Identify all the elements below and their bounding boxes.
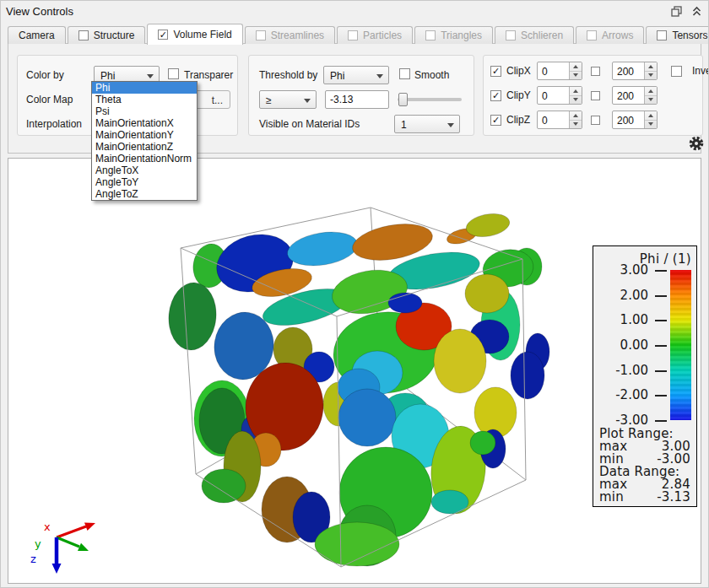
- chevron-down-icon: [304, 99, 311, 103]
- threshold-value-input[interactable]: [325, 90, 389, 109]
- legend-ranges: Plot Range:max3.00min-3.00Data Range:max…: [598, 428, 693, 504]
- clipy-checkbox[interactable]: ✓: [490, 90, 501, 101]
- legend-tick-label: -3.00: [599, 413, 648, 427]
- combo-value: Phi: [100, 70, 115, 82]
- axis-arrowhead: [52, 564, 62, 574]
- clipx-range-checkbox[interactable]: [591, 67, 600, 76]
- spin-up-button[interactable]: [645, 87, 657, 96]
- tab-triangles[interactable]: Triangles: [414, 26, 493, 44]
- tab-particles[interactable]: Particles: [337, 26, 413, 44]
- spin-up-button[interactable]: [645, 62, 657, 72]
- tab-checkbox[interactable]: [256, 30, 266, 40]
- tab-label: Triangles: [441, 30, 482, 41]
- dropdown-item-theta[interactable]: Theta: [92, 94, 197, 105]
- legend-tick-label: 1.00: [599, 313, 648, 326]
- threshold-by-combobox[interactable]: Phi: [323, 66, 389, 84]
- material-ids-label: Visible on Material IDs: [259, 118, 360, 130]
- legend-tick-label: 3.00: [599, 263, 648, 277]
- float-panel-icon[interactable]: [670, 5, 683, 17]
- clipy-range-checkbox[interactable]: [591, 91, 600, 100]
- legend-tick-mark: [655, 420, 667, 422]
- tab-arrows[interactable]: Arrows: [576, 26, 644, 44]
- material-ids-combobox[interactable]: 1: [394, 115, 460, 133]
- dropdown-item-psi[interactable]: Psi: [92, 105, 197, 117]
- spin-down-button[interactable]: [645, 72, 657, 80]
- titlebar: View Controls: [1, 1, 708, 22]
- clipz-min-spinbox[interactable]: 0: [537, 111, 582, 129]
- legend-tick-mark: [655, 395, 667, 396]
- slider-handle[interactable]: [398, 93, 408, 106]
- clipz-max-spinbox[interactable]: 200: [612, 111, 658, 129]
- smooth-checkbox[interactable]: [399, 68, 410, 79]
- tab-volume-field[interactable]: ✓Volume Field: [147, 24, 242, 45]
- legend-tick-mark: [655, 270, 667, 272]
- clip-label: ClipZ: [506, 114, 537, 126]
- clipx-min-spinbox[interactable]: 0: [537, 62, 582, 80]
- spin-down-button[interactable]: [645, 96, 657, 105]
- tab-schlieren[interactable]: Schlieren: [495, 26, 574, 44]
- dropdown-item-angletox[interactable]: AngleToX: [92, 165, 197, 176]
- tab-label: Structure: [94, 30, 135, 41]
- dropdown-item-mainorientationnorm[interactable]: MainOrientationNorm: [92, 153, 197, 165]
- transparent-label: Transparer: [184, 69, 233, 81]
- tab-label: Camera: [19, 30, 55, 41]
- spin-up-button[interactable]: [570, 62, 582, 72]
- threshold-by-label: Threshold by: [259, 69, 317, 81]
- threshold-slider[interactable]: [398, 90, 462, 109]
- tab-camera[interactable]: Camera: [8, 26, 66, 44]
- tab-label: Tensors: [672, 30, 707, 41]
- spin-down-button[interactable]: [570, 121, 582, 129]
- collapse-panel-icon[interactable]: [690, 5, 703, 17]
- clipx-max-spinbox[interactable]: 200: [612, 62, 658, 80]
- axis-label: x: [44, 521, 51, 533]
- spin-up-button[interactable]: [570, 111, 582, 121]
- grain: [470, 431, 495, 455]
- spin-up-button[interactable]: [645, 111, 657, 121]
- colorbar: [670, 270, 691, 420]
- chevron-down-icon: [447, 123, 454, 127]
- combo-value: 1: [401, 119, 407, 131]
- spin-down-button[interactable]: [570, 96, 582, 105]
- clipz-checkbox[interactable]: ✓: [490, 115, 501, 126]
- clip-row-clipy: ✓ClipY0200: [490, 85, 658, 105]
- axis-label: z: [30, 553, 36, 565]
- dropdown-item-phi[interactable]: Phi: [92, 82, 197, 94]
- view-controls-window: View Controls CameraStructure✓Volume Fie…: [0, 0, 709, 588]
- tab-checkbox[interactable]: [425, 30, 436, 40]
- tab-checkbox[interactable]: ✓: [158, 30, 168, 40]
- spin-down-button[interactable]: [570, 72, 582, 80]
- legend-tick-label: 0.00: [599, 338, 648, 352]
- tab-checkbox[interactable]: [506, 30, 516, 40]
- tab-checkbox[interactable]: [348, 30, 358, 40]
- tab-checkbox[interactable]: [78, 30, 89, 40]
- clip-label: ClipY: [506, 89, 537, 101]
- dropdown-item-angletoz[interactable]: AngleToZ: [92, 188, 197, 200]
- dropdown-item-angletoy[interactable]: AngleToY: [92, 176, 197, 188]
- dropdown-item-mainorientationx[interactable]: MainOrientationX: [92, 117, 197, 129]
- clipz-range-checkbox[interactable]: [591, 116, 600, 125]
- spin-down-button[interactable]: [645, 121, 657, 129]
- legend-scale: 3.002.001.000.00-1.00-2.00-3.00: [598, 270, 693, 420]
- clipy-max-spinbox[interactable]: 200: [612, 86, 658, 105]
- tab-streamlines[interactable]: Streamlines: [245, 26, 335, 44]
- clipy-min-spinbox[interactable]: 0: [537, 86, 582, 105]
- transparent-checkbox[interactable]: [168, 68, 179, 79]
- spin-up-button[interactable]: [570, 87, 582, 96]
- window-title: View Controls: [6, 5, 73, 18]
- color-by-dropdown-list: PhiThetaPsiMainOrientationXMainOrientati…: [91, 81, 198, 201]
- invert-checkbox[interactable]: [671, 66, 682, 77]
- tab-structure[interactable]: Structure: [68, 26, 146, 44]
- grain: [511, 352, 544, 399]
- tab-tensors[interactable]: Tensors: [646, 26, 709, 44]
- dropdown-item-mainorientationz[interactable]: MainOrientationZ: [92, 141, 197, 153]
- tab-checkbox[interactable]: [587, 30, 597, 40]
- clipx-checkbox[interactable]: ✓: [490, 66, 501, 77]
- threshold-operator-combobox[interactable]: ≥: [259, 90, 317, 109]
- tab-checkbox[interactable]: [657, 30, 667, 40]
- colorbar-legend: Phi / (1) 3.002.001.000.00-1.00-2.00-3.0…: [593, 245, 697, 507]
- 3d-viewport[interactable]: xyz Phi / (1) 3.002.001.000.00-1.00-2.00…: [8, 158, 701, 584]
- settings-gear-icon[interactable]: [688, 135, 705, 152]
- grain: [285, 228, 360, 271]
- legend-tick-label: -2.00: [599, 388, 648, 402]
- dropdown-item-mainorientationy[interactable]: MainOrientationY: [92, 129, 197, 141]
